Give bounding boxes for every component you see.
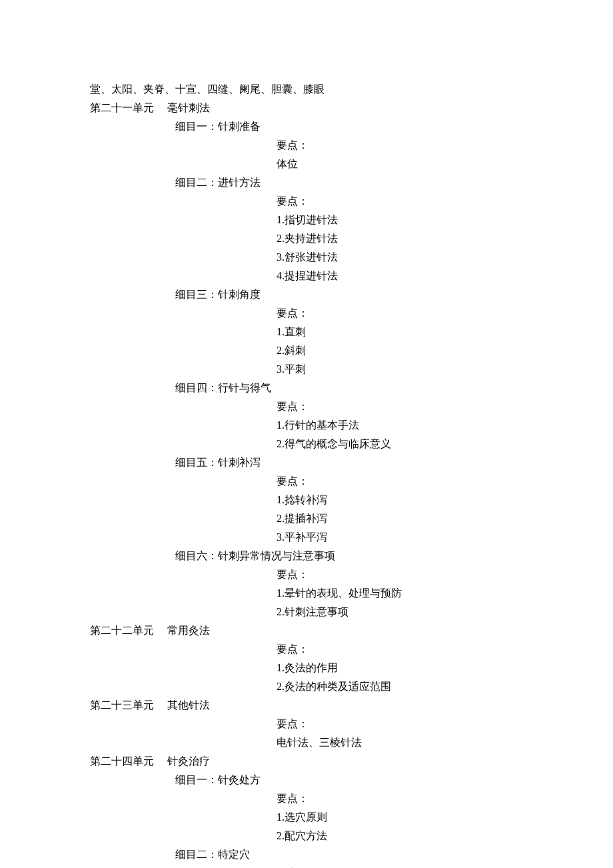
text-line: 3.舒张进针法 [90,248,526,267]
text-line: 要点： [90,640,526,659]
text-line: 要点： [90,789,526,808]
text-line: 要点： [90,136,526,155]
text-line: 1.灸法的作用 [90,659,526,677]
text-line: 电针法、三棱针法 [90,733,526,752]
document-content: 堂、太阳、夹脊、十宣、四缝、阑尾、胆囊、膝眼第二十一单元 毫针刺法细目一：针刺准… [90,80,526,868]
document-page: 堂、太阳、夹脊、十宣、四缝、阑尾、胆囊、膝眼第二十一单元 毫针刺法细目一：针刺准… [0,0,613,868]
text-line: 要点： [90,304,526,323]
text-line: 3.平刺 [90,360,526,379]
text-line: 细目二：进针方法 [90,173,526,192]
text-line: 2.得气的概念与临床意义 [90,435,526,453]
text-line: 2.配穴方法 [90,827,526,845]
text-line: 1.选穴原则 [90,808,526,827]
text-line: 要点： [90,472,526,491]
text-line: 堂、太阳、夹脊、十宣、四缝、阑尾、胆囊、膝眼 [90,80,526,99]
text-line: 体位 [90,155,526,173]
text-line: 细目一：针灸处方 [90,771,526,789]
text-line: 1.指切进针法 [90,211,526,229]
text-line: 1.行针的基本手法 [90,416,526,435]
text-line: 2.灸法的种类及适应范围 [90,677,526,696]
text-line: 细目四：行针与得气 [90,379,526,397]
text-line: 4.提捏进针法 [90,267,526,285]
text-line: 2.夹持进针法 [90,229,526,248]
text-line: 1.直刺 [90,323,526,341]
text-line: 1.晕针的表现、处理与预防 [90,584,526,603]
text-line: 2.提插补泻 [90,509,526,528]
text-line: 第二十四单元 针灸治疗 [90,752,526,771]
text-line: 细目一：针刺准备 [90,117,526,136]
text-line: 1.捻转补泻 [90,491,526,509]
text-line: 要点： [90,864,526,868]
text-line: 2.斜刺 [90,341,526,360]
text-line: 第二十三单元 其他针法 [90,696,526,715]
text-line: 要点： [90,715,526,733]
text-line: 3.平补平泻 [90,528,526,547]
text-line: 2.针刺注意事项 [90,603,526,621]
text-line: 细目五：针刺补泻 [90,453,526,472]
text-line: 第二十一单元 毫针刺法 [90,99,526,117]
text-line: 细目二：特定穴 [90,845,526,864]
text-line: 细目三：针刺角度 [90,285,526,304]
text-line: 要点： [90,565,526,584]
text-line: 第二十二单元 常用灸法 [90,621,526,640]
text-line: 要点： [90,192,526,211]
text-line: 要点： [90,397,526,416]
text-line: 细目六：针刺异常情况与注意事项 [90,547,526,565]
